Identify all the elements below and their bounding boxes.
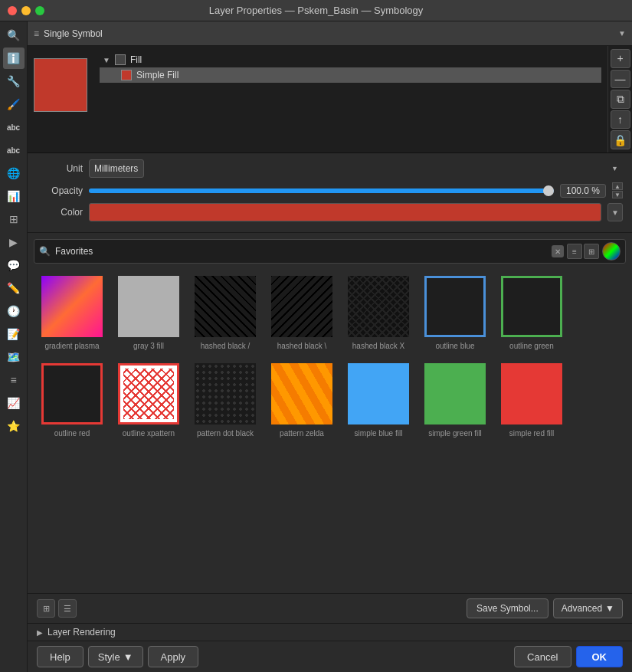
color-dropdown-button[interactable]: ▼: [607, 203, 623, 221]
sidebar-icon-grid[interactable]: ⊞: [3, 208, 25, 230]
sidebar-icon-pencil[interactable]: ✏️: [3, 277, 25, 299]
favorites-search-input[interactable]: [55, 246, 547, 257]
minimize-button[interactable]: [21, 6, 31, 15]
view-toggle-buttons: ≡ ⊞: [567, 244, 599, 259]
symbol-item-simple-green[interactable]: simple green fill: [417, 359, 493, 443]
symbol-item-hashed-slash[interactable]: hashed black /: [187, 271, 264, 356]
symbol-label-outline-red: outline red: [54, 428, 90, 438]
symbol-item-pattern-zelda[interactable]: pattern zelda: [264, 359, 340, 443]
symbol-thumb-gray-fill: [118, 276, 179, 337]
sidebar: 🔍 ℹ️ 🔧 🖌️ abc abc 🌐 📊 ⊞ ▶ 💬 ✏️ 🕐 📝 🗺️ ≡ …: [0, 21, 28, 672]
symbol-item-simple-blue[interactable]: simple blue fill: [340, 359, 417, 443]
sidebar-icon-abc2[interactable]: abc: [3, 139, 25, 161]
list-view-btn[interactable]: ☰: [58, 599, 77, 618]
sidebar-icon-list[interactable]: ≡: [3, 369, 25, 391]
ok-button[interactable]: OK: [576, 646, 624, 667]
sidebar-icon-notepad[interactable]: 📝: [3, 323, 25, 345]
titlebar: Layer Properties — Pskem_Basin — Symbolo…: [0, 0, 632, 21]
advanced-label: Advanced: [562, 603, 602, 614]
opacity-slider-container: [89, 183, 554, 198]
add-layer-button[interactable]: +: [611, 49, 630, 68]
layer-rendering-arrow[interactable]: ▶: [37, 628, 43, 637]
color-ramp-button[interactable]: [602, 242, 621, 261]
favorites-section: 🔍 ✕ ≡ ⊞ gradient plasma: [28, 233, 632, 593]
symbol-item-gray-fill[interactable]: gray 3 fill: [110, 271, 187, 356]
style-dropdown-icon: ▼: [123, 651, 133, 663]
sublayer-item-simple-fill[interactable]: Simple Fill: [100, 67, 601, 83]
help-button[interactable]: Help: [37, 646, 84, 667]
sublayer-color-indicator: [121, 70, 132, 80]
layer-item-fill[interactable]: ▼ Fill: [100, 52, 601, 67]
sidebar-icon-tool[interactable]: 🔧: [3, 70, 25, 92]
list-view-button[interactable]: ≡: [567, 244, 582, 259]
grid-view-btn[interactable]: ⊞: [37, 599, 55, 618]
close-button[interactable]: [8, 6, 17, 15]
sidebar-icon-info[interactable]: ℹ️: [3, 48, 25, 69]
symbol-item-outline-xpattern[interactable]: outline xpattern: [110, 359, 187, 443]
sidebar-icon-map[interactable]: 🗺️: [3, 346, 25, 368]
sidebar-icon-chart[interactable]: 📈: [3, 392, 25, 414]
color-row: Color ▼: [37, 203, 623, 221]
favorites-search-bar: 🔍 ✕ ≡ ⊞: [34, 239, 626, 264]
symbol-label-simple-red: simple red fill: [509, 428, 554, 438]
symbol-item-hashed-x[interactable]: hashed black X: [340, 271, 417, 356]
symbol-label-hashed-x: hashed black X: [352, 341, 404, 351]
grid-view-button[interactable]: ⊞: [584, 244, 599, 259]
advanced-button[interactable]: Advanced ▼: [553, 598, 623, 618]
sidebar-icon-play[interactable]: ▶: [3, 231, 25, 253]
symbol-type-dropdown-icon[interactable]: ▼: [618, 29, 626, 38]
sidebar-icon-brush[interactable]: 🖌️: [3, 93, 25, 115]
sidebar-icon-layers[interactable]: 📊: [3, 185, 25, 207]
style-button[interactable]: Style ▼: [88, 646, 143, 667]
content-area: ≡ Single Symbol ▼ ▼ Fill Simple Fill + —: [28, 21, 632, 672]
style-label: Style: [98, 651, 120, 663]
window-controls: [8, 6, 44, 15]
opacity-slider[interactable]: [89, 188, 554, 193]
layer-preview-thumbnail: [34, 58, 87, 112]
maximize-button[interactable]: [35, 6, 44, 15]
symbol-item-outline-green[interactable]: outline green: [493, 271, 570, 356]
unit-label: Unit: [37, 163, 83, 174]
lock-layer-button[interactable]: 🔒: [611, 130, 630, 149]
opacity-row: Opacity ▲ ▼: [37, 182, 623, 198]
apply-button[interactable]: Apply: [148, 646, 199, 667]
symbol-thumb-simple-blue: [348, 363, 409, 425]
symbol-item-gradient-plasma[interactable]: gradient plasma: [34, 271, 110, 356]
opacity-value-input[interactable]: [560, 184, 606, 198]
opacity-spinner: ▲ ▼: [612, 182, 623, 198]
symbol-item-simple-red[interactable]: simple red fill: [493, 359, 570, 443]
symbol-thumb-simple-green: [424, 363, 486, 425]
sidebar-icon-globe[interactable]: 🌐: [3, 162, 25, 184]
move-up-button[interactable]: ↑: [611, 110, 630, 129]
symbol-thumb-outline-xpattern: [118, 363, 179, 425]
window-title: Layer Properties — Pskem_Basin — Symbolo…: [209, 5, 424, 16]
cancel-button[interactable]: Cancel: [514, 646, 571, 667]
save-symbol-button[interactable]: Save Symbol...: [467, 598, 548, 618]
opacity-down-button[interactable]: ▼: [612, 191, 623, 198]
symbol-label-simple-blue: simple blue fill: [355, 428, 403, 438]
symbol-thumb-pattern-zelda: [271, 363, 332, 425]
symbol-item-outline-blue[interactable]: outline blue: [417, 271, 493, 356]
symbol-item-outline-red[interactable]: outline red: [34, 359, 110, 443]
symbol-row-2: outline red outline xpattern pattern dot…: [34, 359, 626, 443]
remove-layer-button[interactable]: —: [611, 70, 630, 89]
opacity-up-button[interactable]: ▲: [612, 182, 623, 190]
advanced-dropdown-icon: ▼: [605, 603, 614, 614]
fill-color-indicator: [115, 54, 126, 65]
symbol-label-pattern-zelda: pattern zelda: [280, 428, 324, 438]
symbol-label-gradient-plasma: gradient plasma: [44, 341, 99, 351]
clear-search-button[interactable]: ✕: [552, 245, 564, 257]
sidebar-icon-search[interactable]: 🔍: [3, 25, 25, 46]
duplicate-layer-button[interactable]: ⧉: [611, 90, 630, 109]
layer-rendering-bar: ▶ Layer Rendering: [28, 623, 632, 641]
bottom-toolbar: ⊞ ☰ Save Symbol... Advanced ▼: [28, 593, 632, 623]
sidebar-icon-clock[interactable]: 🕐: [3, 300, 25, 322]
symbol-type-bar: ≡ Single Symbol ▼: [28, 21, 632, 46]
sidebar-icon-abc1[interactable]: abc: [3, 116, 25, 138]
unit-select[interactable]: Millimeters Pixels Points: [89, 159, 144, 178]
symbol-item-pattern-dot[interactable]: pattern dot black: [187, 359, 264, 443]
symbol-item-hashed-backslash[interactable]: hashed black \: [264, 271, 340, 356]
color-swatch[interactable]: [89, 203, 601, 221]
sidebar-icon-star[interactable]: ⭐: [3, 415, 25, 437]
sidebar-icon-bubble[interactable]: 💬: [3, 254, 25, 276]
